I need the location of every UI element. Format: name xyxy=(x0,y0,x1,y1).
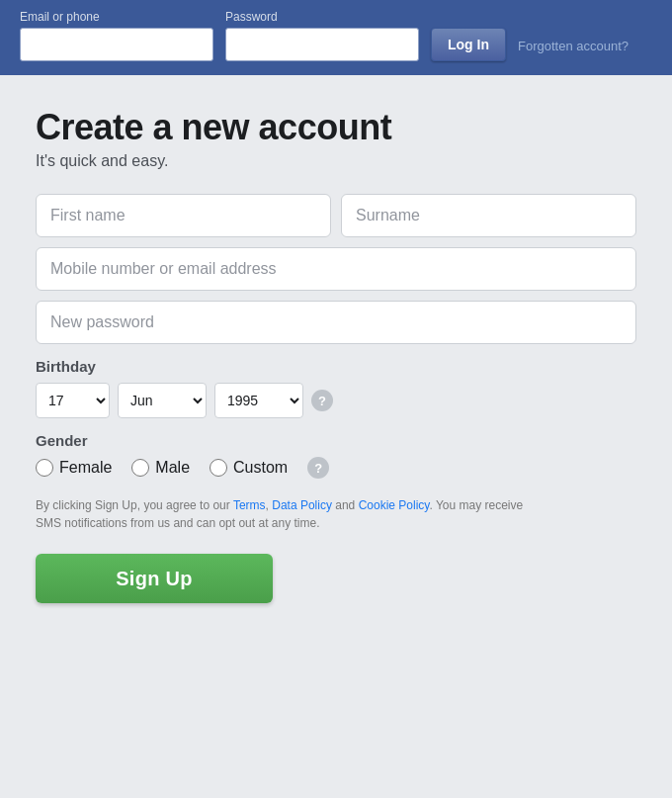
forgotten-account-link[interactable]: Forgotten account? xyxy=(518,39,629,61)
login-button[interactable]: Log In xyxy=(431,28,506,61)
gender-male-label: Male xyxy=(155,459,190,477)
password-label: Password xyxy=(225,10,419,24)
navbar: Email or phone Password Log In Forgotten… xyxy=(0,0,672,75)
gender-section: Gender Female Male Custom ? xyxy=(36,432,636,479)
gender-label: Gender xyxy=(36,432,636,449)
gender-female-radio[interactable] xyxy=(36,459,53,477)
gender-female-option[interactable]: Female xyxy=(36,459,112,477)
birthday-section: Birthday // days 1-31 for(let i=1;i<=31;… xyxy=(36,358,636,418)
gender-male-radio[interactable] xyxy=(131,459,149,477)
email-label: Email or phone xyxy=(20,10,213,24)
page-subtitle: It's quick and easy. xyxy=(36,152,636,170)
birthday-day-select[interactable]: // days 1-31 for(let i=1;i<=31;i++){ con… xyxy=(36,383,110,418)
data-policy-link[interactable]: Data Policy xyxy=(272,498,332,512)
first-name-input[interactable] xyxy=(36,194,331,237)
birthday-month-select[interactable]: JanFebMarApr MayJunJulAug SepOctNovDec xyxy=(118,383,207,418)
birthday-year-select[interactable]: const currentYear = new Date().getFullYe… xyxy=(214,383,303,418)
birthday-row: // days 1-31 for(let i=1;i<=31;i++){ con… xyxy=(36,383,636,418)
name-row xyxy=(36,194,636,237)
gender-custom-radio[interactable] xyxy=(210,459,227,477)
birthday-help-icon[interactable]: ? xyxy=(311,390,333,411)
gender-male-option[interactable]: Male xyxy=(131,459,190,477)
password-field-group: Password xyxy=(225,10,419,61)
signup-button[interactable]: Sign Up xyxy=(36,554,273,603)
gender-custom-label: Custom xyxy=(233,459,288,477)
birthday-label: Birthday xyxy=(36,358,636,375)
mobile-email-input[interactable] xyxy=(36,247,636,291)
email-input[interactable] xyxy=(20,28,213,61)
gender-female-label: Female xyxy=(59,459,112,477)
gender-help-icon[interactable]: ? xyxy=(307,457,329,479)
terms-text: By clicking Sign Up, you agree to our Te… xyxy=(36,496,530,532)
gender-row: Female Male Custom ? xyxy=(36,457,636,479)
gender-custom-option[interactable]: Custom xyxy=(210,459,288,477)
email-field-group: Email or phone xyxy=(20,10,213,61)
surname-input[interactable] xyxy=(341,194,636,237)
cookie-policy-link[interactable]: Cookie Policy xyxy=(359,498,430,512)
page-title: Create a new account xyxy=(36,107,636,148)
terms-link[interactable]: Terms xyxy=(233,498,266,512)
password-input[interactable] xyxy=(225,28,419,61)
mobile-email-row xyxy=(36,247,636,291)
signup-form-container: Create a new account It's quick and easy… xyxy=(0,75,672,643)
new-password-row xyxy=(36,301,636,344)
new-password-input[interactable] xyxy=(36,301,636,344)
